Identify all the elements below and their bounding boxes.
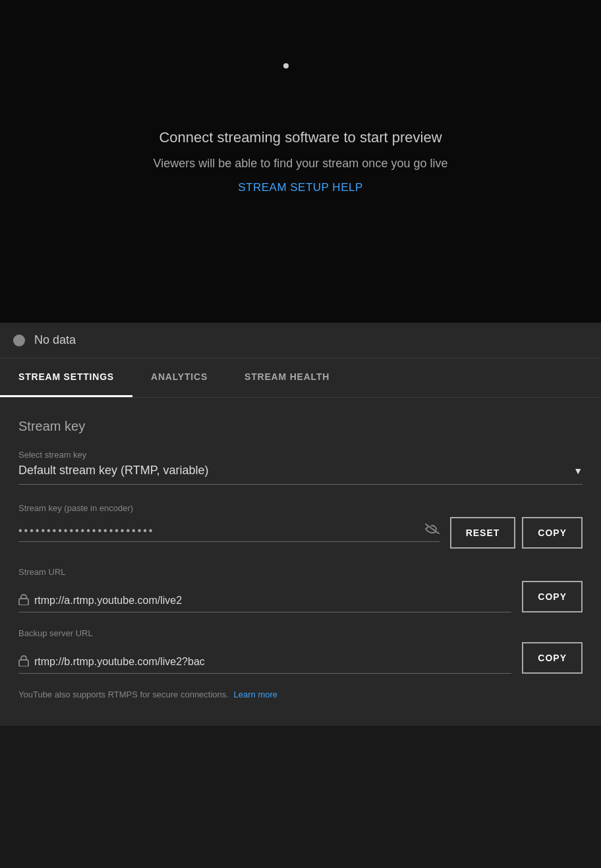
stream-url-container: Stream URL rtmp://a.rtmp.youtube.com/liv… bbox=[18, 567, 583, 612]
stream-key-select[interactable]: Default stream key (RTMP, variable) ▼ bbox=[18, 464, 583, 485]
stream-key-input-wrapper: •••••••••••••••••••••••• bbox=[18, 524, 440, 542]
select-stream-key-label: Select stream key bbox=[18, 450, 583, 460]
preview-area: Connect streaming software to start prev… bbox=[0, 0, 601, 323]
stream-key-select-value: Default stream key (RTMP, variable) bbox=[18, 464, 208, 477]
copy-backup-url-button[interactable]: COPY bbox=[522, 642, 583, 674]
status-bar: No data bbox=[0, 323, 601, 358]
svg-rect-0 bbox=[19, 599, 28, 605]
backup-url-container: Backup server URL rtmp://b.rtmp.youtube.… bbox=[18, 628, 583, 674]
stream-url-field: rtmp://a.rtmp.youtube.com/live2 bbox=[18, 593, 511, 612]
tab-stream-health[interactable]: STREAM HEALTH bbox=[226, 358, 348, 397]
tabs-bar: STREAM SETTINGS ANALYTICS STREAM HEALTH bbox=[0, 358, 601, 398]
backup-url-field: rtmp://b.rtmp.youtube.com/live2?bac bbox=[18, 655, 511, 674]
backup-lock-icon bbox=[18, 655, 29, 669]
svg-rect-1 bbox=[19, 660, 28, 666]
copy-stream-key-button[interactable]: COPY bbox=[522, 517, 583, 549]
stream-url-input-wrapper: rtmp://a.rtmp.youtube.com/live2 bbox=[18, 593, 511, 612]
stream-key-buttons: RESET COPY bbox=[450, 517, 583, 549]
stream-url-label: Stream URL bbox=[18, 567, 583, 577]
learn-more-link[interactable]: Learn more bbox=[234, 690, 277, 699]
stream-url-text: rtmp://a.rtmp.youtube.com/live2 bbox=[34, 595, 182, 607]
stream-setup-help-link[interactable]: STREAM SETUP HELP bbox=[238, 181, 363, 194]
status-dot bbox=[13, 335, 25, 346]
backup-url-label: Backup server URL bbox=[18, 628, 583, 638]
stream-key-row: •••••••••••••••••••••••• RESET COPY bbox=[18, 517, 583, 549]
footer-note: YouTube also supports RTMPS for secure c… bbox=[18, 690, 583, 699]
preview-main-text: Connect streaming software to start prev… bbox=[159, 129, 442, 146]
chevron-down-icon: ▼ bbox=[573, 466, 583, 476]
reset-button[interactable]: RESET bbox=[450, 517, 516, 549]
stream-key-dots: •••••••••••••••••••••••• bbox=[18, 525, 154, 537]
preview-sub-text: Viewers will be able to find your stream… bbox=[154, 157, 448, 171]
tab-analytics[interactable]: ANALYTICS bbox=[132, 358, 226, 397]
backup-url-input-wrapper: rtmp://b.rtmp.youtube.com/live2?bac bbox=[18, 655, 511, 674]
eye-hidden-icon[interactable] bbox=[425, 524, 440, 537]
stream-key-field-label: Stream key (paste in encoder) bbox=[18, 503, 583, 513]
tab-stream-settings[interactable]: STREAM SETTINGS bbox=[0, 358, 132, 397]
content-area: Stream key Select stream key Default str… bbox=[0, 398, 601, 726]
stream-key-section-title: Stream key bbox=[18, 419, 583, 434]
copy-stream-url-button[interactable]: COPY bbox=[522, 581, 583, 612]
stream-url-row: rtmp://a.rtmp.youtube.com/live2 COPY bbox=[18, 581, 583, 612]
backup-url-text: rtmp://b.rtmp.youtube.com/live2?bac bbox=[34, 656, 205, 668]
status-text: No data bbox=[34, 333, 76, 347]
preview-dot bbox=[283, 63, 289, 68]
lock-icon bbox=[18, 593, 29, 608]
backup-url-row: rtmp://b.rtmp.youtube.com/live2?bac COPY bbox=[18, 642, 583, 674]
